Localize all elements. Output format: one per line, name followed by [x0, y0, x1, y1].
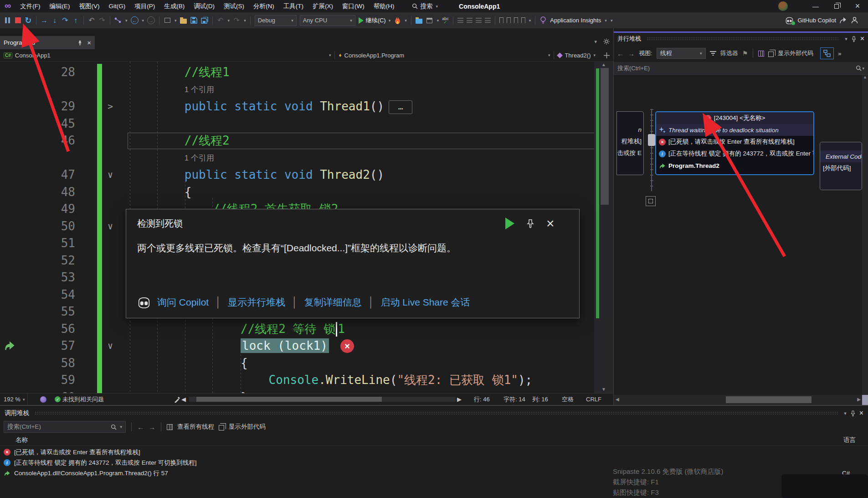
status-char[interactable]: 字符: 14 — [503, 394, 525, 405]
status-spaces[interactable]: 空格 — [562, 394, 574, 405]
undo-icon[interactable]: ↶ — [217, 16, 224, 26]
call-stack-search[interactable]: 搜索(Ctrl+E) ▾ — [4, 421, 126, 433]
close-button[interactable]: × — [847, 0, 868, 12]
deadlock-error-badge-icon[interactable]: × — [340, 339, 354, 353]
call-stack-row-0[interactable]: ×[已死锁，请双击或按 Enter 查看所有线程堆栈] — [0, 447, 868, 457]
menu-item-10[interactable]: 扩展(X) — [308, 0, 338, 12]
dialog-link-0[interactable]: 询问 Copilot — [157, 296, 209, 309]
menu-item-0[interactable]: 文件(F) — [15, 0, 45, 12]
stop-debugging-button[interactable] — [14, 16, 21, 26]
chevron-down-icon[interactable]: ▾ — [605, 18, 607, 23]
platform-select[interactable]: Any CPU▾ — [300, 15, 355, 26]
menu-item-12[interactable]: 帮助(H) — [369, 0, 399, 12]
toolbar-overflow-icon[interactable]: » — [838, 50, 841, 57]
navigate-back-button[interactable]: ← — [131, 16, 139, 26]
code-line-60[interactable]: 60} — [0, 389, 613, 394]
decrease-indent-icon[interactable] — [476, 18, 482, 23]
minimize-button[interactable]: — — [805, 0, 826, 12]
column-language[interactable]: 语言 — [843, 436, 856, 444]
code-line-57[interactable]: 57∨lock (lock1)× — [0, 337, 613, 355]
hot-reload-icon[interactable] — [394, 16, 401, 26]
view-select[interactable]: 线程▾ — [657, 48, 706, 59]
menu-item-5[interactable]: 生成(B) — [159, 0, 189, 12]
chevron-down-icon[interactable]: ▾ — [529, 18, 531, 23]
pin-icon[interactable] — [526, 219, 534, 228]
view-all-threads-button[interactable]: 查看所有线程 — [177, 423, 214, 431]
scroll-right-icon[interactable]: ▶ — [457, 394, 462, 405]
code-line-48[interactable]: 48{ — [0, 184, 613, 201]
frames-icon[interactable] — [768, 52, 774, 57]
next-bookmark-icon[interactable] — [514, 17, 518, 23]
code-line-45[interactable]: 45 — [0, 115, 613, 133]
collapsed-region-box[interactable]: … — [389, 100, 412, 114]
forward-icon[interactable]: → — [149, 423, 155, 431]
thread-box-partial[interactable]: n程堆栈]击或按 E — [616, 111, 644, 175]
chevron-down-icon[interactable]: ▾ — [862, 66, 864, 71]
navigate-forward-button[interactable]: → — [147, 16, 155, 26]
fold-collapse-icon[interactable]: ∨ — [104, 337, 117, 355]
external-code-box[interactable]: External Code [外部代码] — [820, 142, 862, 190]
zoom-to-fit-button[interactable] — [646, 196, 656, 206]
scrollbar-thumb[interactable] — [196, 397, 382, 402]
scroll-down-icon[interactable]: ▼ — [594, 387, 613, 392]
fold-expand-icon[interactable]: > — [104, 98, 117, 115]
panel-close-icon[interactable]: × — [860, 35, 864, 43]
save-all-button[interactable] — [201, 16, 208, 26]
menu-item-11[interactable]: 窗口(W) — [338, 0, 369, 12]
codelens-row[interactable]: 1 个引用 — [0, 150, 613, 167]
zoom-select[interactable]: 192 %▾ — [1, 394, 28, 405]
continue-button[interactable]: 继续(C) ▾ — [359, 16, 391, 25]
find-in-files-icon[interactable] — [416, 16, 423, 26]
uncomment-icon[interactable] — [467, 18, 473, 23]
scroll-up-icon[interactable]: ▲ — [594, 62, 613, 67]
editor-vertical-scrollbar[interactable]: ▲ ▼ — [594, 62, 613, 393]
parallel-stacks-search[interactable]: 搜索(Ctrl+E) ▾ — [614, 62, 868, 75]
dialog-close-icon[interactable]: × — [546, 218, 555, 229]
save-button[interactable] — [190, 16, 198, 26]
chevron-down-icon[interactable]: ▾ — [142, 18, 144, 23]
scroll-left-icon[interactable]: ◀ — [181, 394, 186, 405]
new-window-icon[interactable] — [164, 16, 171, 26]
document-dropdown-icon[interactable]: ▾ — [594, 39, 597, 45]
application-insights-label[interactable]: Application Insights — [550, 17, 601, 24]
pin-icon[interactable] — [77, 40, 82, 46]
application-insights-icon[interactable] — [539, 16, 547, 26]
threads-view-icon[interactable] — [758, 51, 764, 57]
editor-options-gear-icon[interactable] — [603, 38, 610, 45]
zoom-slider[interactable] — [649, 109, 654, 191]
chevron-down-icon[interactable]: ▾ — [405, 18, 407, 23]
comment-icon[interactable] — [457, 18, 463, 23]
back-icon[interactable]: ← — [617, 50, 624, 57]
chevron-down-icon[interactable]: ▾ — [244, 18, 246, 23]
breadcrumb-method[interactable]: Thread2() ▾ — [554, 49, 613, 61]
increase-indent-icon[interactable] — [485, 18, 491, 23]
thread-box-header[interactable]: [243004] <无名称> — [656, 112, 813, 124]
step-over-button[interactable]: ↷ — [62, 16, 69, 26]
editor-horizontal-scrollbar[interactable] — [189, 397, 456, 402]
dialog-link-2[interactable]: 复制详细信息 — [304, 296, 362, 309]
scrollbar-corner-button[interactable] — [862, 395, 868, 405]
dialog-link-3[interactable]: 启动 Live Share 会话 — [380, 296, 470, 309]
status-line[interactable]: 行: 46 — [474, 394, 490, 405]
breadcrumb-project[interactable]: C# ConsoleApp1 ▾ — [0, 49, 334, 61]
menu-item-4[interactable]: 项目(P) — [130, 0, 159, 12]
parallel-stacks-canvas[interactable]: n程堆栈]击或按 E [243004] <无名称> Thread waiting… — [614, 75, 868, 395]
code-line-29[interactable]: 29>public static void Thread1()… — [0, 98, 613, 115]
zoom-slider-thumb[interactable] — [648, 134, 655, 146]
clear-bookmarks-icon[interactable] — [521, 17, 525, 23]
filter-label[interactable]: 筛选器 — [720, 49, 738, 57]
menu-item-6[interactable]: 调试(D) — [189, 0, 219, 12]
panel-close-icon[interactable]: × — [859, 409, 863, 417]
chevron-down-icon[interactable]: ▾ — [125, 18, 128, 23]
forward-icon[interactable]: → — [628, 50, 635, 57]
back-icon[interactable]: ← — [137, 423, 144, 431]
chevron-down-icon[interactable]: ▾ — [120, 425, 122, 429]
thread-status-row-1[interactable]: i[正在等待线程 锁定 拥有的 243772，双击或按 Enter 可切换到线程… — [656, 148, 813, 160]
menu-search[interactable]: 搜索 ▾ — [412, 2, 438, 10]
fold-collapse-icon[interactable]: ∨ — [104, 218, 117, 235]
spell-check-icon[interactable]: abc✓ — [442, 17, 449, 24]
issues-indicator[interactable]: ✓ 未找到相关问题 — [55, 394, 104, 405]
code-line-56[interactable]: 56//线程2 等待 锁1 — [0, 321, 613, 338]
breadcrumb-class[interactable]: ♦ ConsoleApp1.Program ▾ — [335, 49, 554, 61]
chevron-down-icon[interactable]: ▾ — [437, 18, 439, 23]
